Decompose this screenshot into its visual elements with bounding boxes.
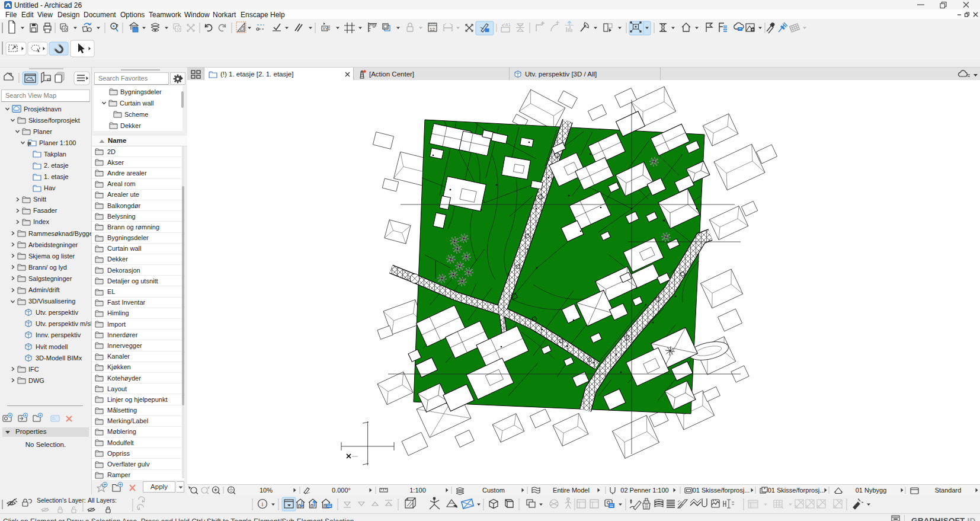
svg-text:Custom: Custom [482,487,505,494]
svg-text:01 Skisse/forprosj...: 01 Skisse/forprosj... [693,487,750,494]
svg-text:10%: 10% [260,487,273,494]
svg-text:Entire Model: Entire Model [553,487,590,494]
svg-text:01 Skisse/forprosj...: 01 Skisse/forprosj... [768,487,825,494]
svg-text:Selection's Layer:: Selection's Layer: [37,497,86,504]
svg-text:0.000°: 0.000° [332,487,351,494]
svg-text:01 Nybygg: 01 Nybygg [856,487,887,494]
svg-text:All Layers:: All Layers: [88,497,117,504]
svg-text:02 Penner 1:100: 02 Penner 1:100 [620,487,668,494]
svg-text:i: i [262,501,264,507]
svg-text:XY: XY [323,27,328,31]
svg-text:1:100: 1:100 [409,487,426,494]
svg-text:A1: A1 [505,23,511,27]
svg-text:12: 12 [430,27,435,32]
svg-text:Standard: Standard [935,487,962,494]
